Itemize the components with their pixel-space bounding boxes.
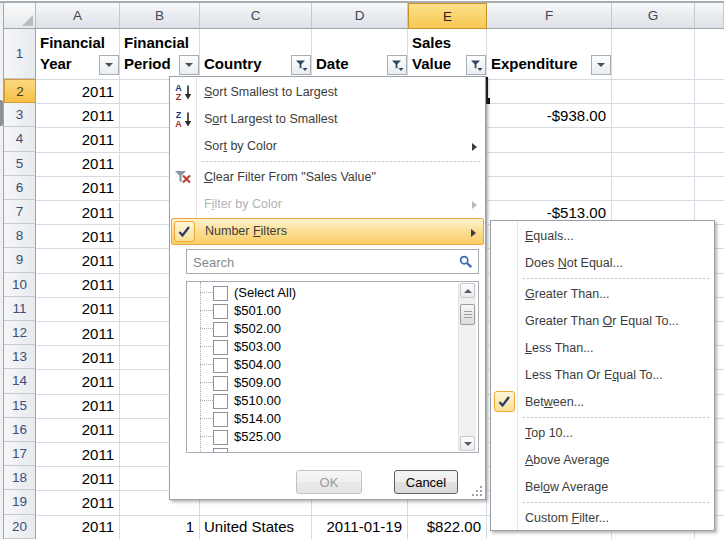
scroll-down-button[interactable] [460,436,475,451]
number-filters-item-greater-than-or-equal-to[interactable]: Greater Than Or Equal To... [492,308,713,335]
cell-a11[interactable]: 2011 [36,297,120,321]
filter-menu-item-number-filters[interactable]: Number Filters [171,218,484,245]
cancel-button[interactable]: Cancel [394,470,458,494]
row-header-14[interactable]: 14 [4,369,36,393]
value-checkbox[interactable] [213,340,228,355]
cell-a12[interactable]: 2011 [36,321,120,345]
column-header-d[interactable]: D [312,3,408,29]
number-filters-item-above-average[interactable]: Above Average [492,447,713,474]
cell-a4[interactable]: 2011 [36,127,120,151]
row-header-3[interactable]: 3 [4,103,36,127]
filter-value-item[interactable]: $510.00 [187,392,478,410]
row-header-12[interactable]: 12 [4,321,36,345]
cell-a5[interactable]: 2011 [36,152,120,176]
filter-button-c[interactable] [291,55,311,75]
filter-value-item[interactable]: $502.00 [187,320,478,338]
row-header-20[interactable]: 20 [4,515,36,539]
row-header-11[interactable]: 11 [4,297,36,321]
search-icon[interactable] [459,255,473,269]
cell-a7[interactable]: 2011 [36,200,120,224]
cell-c20[interactable]: United States [200,515,312,539]
cell-a20[interactable]: 2011 [36,515,120,539]
filter-button-f[interactable] [591,55,611,75]
row-header-13[interactable]: 13 [4,345,36,369]
cell-a10[interactable]: 2011 [36,273,120,297]
cell-a9[interactable]: 2011 [36,248,120,272]
row-header-6[interactable]: 6 [4,176,36,200]
filter-value-item[interactable] [187,446,478,453]
row-header-16[interactable]: 16 [4,418,36,442]
cell-f3[interactable]: -$938.00 [487,103,612,127]
list-scrollbar[interactable] [458,283,476,451]
filter-values-list[interactable]: (Select All)$501.00$502.00$503.00$504.00… [186,281,479,453]
filter-value-item[interactable]: $504.00 [187,356,478,374]
cell-a2[interactable]: 2011 [36,79,120,103]
cell-d20[interactable]: 2011-01-19 [312,515,408,539]
cell-a15[interactable]: 2011 [36,394,120,418]
column-header-c[interactable]: C [200,3,312,29]
row-header-2[interactable]: 2 [4,79,36,103]
column-header-b[interactable]: B [120,3,200,29]
column-header-g[interactable]: G [612,3,695,29]
row-header-15[interactable]: 15 [4,394,36,418]
value-checkbox[interactable] [213,430,228,445]
row-header-18[interactable]: 18 [4,466,36,490]
value-checkbox[interactable] [213,322,228,337]
cell-a6[interactable]: 2011 [36,176,120,200]
value-checkbox[interactable] [213,304,228,319]
row-header-1[interactable]: 1 [4,29,36,79]
filter-menu-item-sort-by-color[interactable]: Sort by Color [171,133,484,160]
row-header-8[interactable]: 8 [4,224,36,248]
cell-b20[interactable]: 1 [120,515,200,539]
column-header-a[interactable]: A [36,3,120,29]
cell-e20[interactable]: $822.00 [408,515,487,539]
number-filters-item-less-than-or-equal-to[interactable]: Less Than Or Equal To... [492,362,713,389]
value-checkbox[interactable] [213,376,228,391]
resize-grip[interactable] [470,484,482,496]
value-checkbox[interactable] [213,394,228,409]
select-all-corner[interactable] [4,3,36,29]
filter-menu-item-filter-by-color[interactable]: Filter by Color [171,191,484,218]
filter-value-item[interactable]: $509.00 [187,374,478,392]
cell-a17[interactable]: 2011 [36,442,120,466]
cell-a18[interactable]: 2011 [36,466,120,490]
value-checkbox[interactable] [213,358,228,373]
filter-value-item[interactable]: $525.00 [187,428,478,446]
filter-button-b[interactable] [179,55,199,75]
number-filters-item-less-than[interactable]: Less Than... [492,335,713,362]
cell-a19[interactable]: 2011 [36,490,120,514]
value-checkbox[interactable] [213,286,228,301]
filter-button-a[interactable] [99,55,119,75]
filter-button-d[interactable] [387,55,407,75]
column-header-f[interactable]: F [487,3,612,29]
filter-value-item[interactable]: (Select All) [187,284,478,302]
row-header-7[interactable]: 7 [4,200,36,224]
cell-a3[interactable]: 2011 [36,103,120,127]
number-filters-item-top-10[interactable]: Top 10... [492,420,713,447]
scroll-up-button[interactable] [460,283,475,298]
row-header-9[interactable]: 9 [4,248,36,272]
cell-a13[interactable]: 2011 [36,345,120,369]
cell-a14[interactable]: 2011 [36,369,120,393]
number-filters-item-greater-than[interactable]: Greater Than... [492,281,713,308]
filter-value-item[interactable]: $514.00 [187,410,478,428]
value-checkbox[interactable] [213,448,228,453]
filter-value-item[interactable]: $503.00 [187,338,478,356]
filter-menu-item-clear-filter-from-sales-value[interactable]: Clear Filter From "Sales Value" [171,164,484,191]
filter-menu-item-sort-smallest-to-largest[interactable]: Sort Smallest to LargestAZ [171,79,484,106]
number-filters-item-custom-filter[interactable]: Custom Filter... [492,505,713,532]
column-header-e[interactable]: E [408,3,487,29]
number-filters-item-does-not-equal[interactable]: Does Not Equal... [492,250,713,277]
number-filters-item-equals[interactable]: Equals... [492,223,713,250]
filter-menu-item-sort-largest-to-smallest[interactable]: Sort Largest to SmallestZA [171,106,484,133]
value-checkbox[interactable] [213,412,228,427]
row-header-17[interactable]: 17 [4,442,36,466]
column-header-partial[interactable] [695,3,724,29]
row-header-5[interactable]: 5 [4,152,36,176]
cell-a16[interactable]: 2011 [36,418,120,442]
filter-search-box[interactable] [186,249,479,274]
filter-button-e[interactable] [466,55,486,75]
number-filters-item-between[interactable]: Between... [492,389,713,416]
row-header-4[interactable]: 4 [4,127,36,151]
row-header-19[interactable]: 19 [4,490,36,514]
